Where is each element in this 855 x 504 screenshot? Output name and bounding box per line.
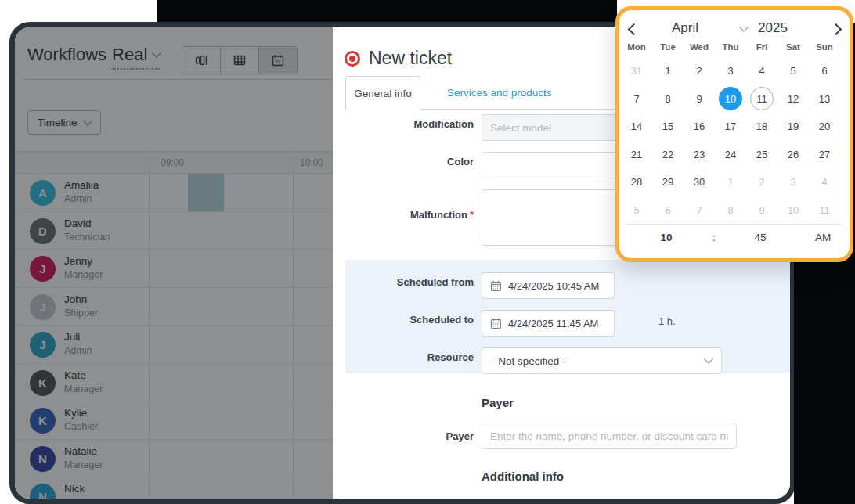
calendar-day[interactable]: 27: [809, 141, 840, 169]
year-selector[interactable]: 2025: [751, 20, 795, 36]
calendar-day[interactable]: 14: [621, 113, 652, 141]
calendar-day[interactable]: 5: [621, 196, 652, 225]
day-name: Sun: [809, 42, 840, 52]
chevron-down-icon: [704, 355, 712, 363]
resource-value: - Not specified -: [492, 355, 566, 367]
calendar-day[interactable]: 6: [809, 57, 840, 85]
calendar-day[interactable]: 8: [652, 85, 684, 113]
day-name: Mon: [621, 42, 652, 52]
duration-text: 1 h.: [658, 315, 676, 327]
calendar-day[interactable]: 31: [621, 57, 652, 85]
day-names-row: Mon Tue Wed Thu Fri Sat Sun: [621, 42, 840, 52]
payer-section-heading: Payer: [482, 396, 514, 409]
calendar-day[interactable]: 1: [652, 57, 684, 85]
chevron-down-icon: [739, 23, 748, 31]
calendar-day[interactable]: 25: [746, 141, 777, 169]
calendar-day[interactable]: 6: [652, 196, 684, 225]
calendar-day[interactable]: 2: [746, 168, 777, 196]
calendar-day[interactable]: 15: [652, 113, 684, 141]
calendar-day[interactable]: 20: [809, 113, 840, 141]
modal-overlay-scrim: [15, 27, 333, 499]
calendar-day[interactable]: 5: [777, 57, 809, 85]
scheduled-from-label: Scheduled from: [333, 276, 474, 288]
day-name: Wed: [684, 42, 715, 52]
calendar-day[interactable]: 24: [715, 141, 746, 169]
modal-title: New ticket: [369, 48, 452, 69]
calendar-icon: [490, 280, 502, 292]
calendar-icon: [490, 318, 502, 329]
date-popup: April 2025 Mon Tue Wed Thu Fri Sat Sun 3…: [615, 6, 853, 262]
calendar-day[interactable]: 28: [621, 168, 652, 196]
scheduled-from-field[interactable]: 4/24/2025 10:45 AM: [482, 272, 615, 299]
resource-select[interactable]: - Not specified -: [482, 347, 722, 374]
calendar-day[interactable]: 10: [777, 196, 809, 225]
calendar-day[interactable]: 29: [652, 168, 684, 196]
calendar-day[interactable]: 7: [684, 196, 715, 225]
day-name: Sat: [777, 42, 809, 52]
month-dropdown-button[interactable]: [738, 23, 749, 34]
time-separator: :: [702, 232, 726, 243]
scheduled-to-label: Scheduled to: [333, 314, 474, 326]
tab-label: General info: [354, 88, 412, 99]
scheduled-to-field[interactable]: 4/24/2025 11:45 AM: [482, 310, 615, 337]
chevron-right-icon: [829, 23, 842, 35]
month-selector[interactable]: April: [648, 20, 723, 36]
malfunction-label: Malfunction*: [333, 209, 474, 221]
color-label: Color: [333, 156, 474, 167]
calendar-day[interactable]: 1: [715, 168, 746, 196]
payer-input[interactable]: [482, 423, 737, 449]
calendar-day[interactable]: 4: [809, 168, 840, 196]
scheduled-from-value: 4/24/2025 10:45 AM: [508, 280, 599, 292]
calendar-day[interactable]: 17: [715, 113, 746, 141]
calendar-day[interactable]: 22: [652, 141, 684, 169]
scheduled-to-value: 4/24/2025 11:45 AM: [508, 318, 598, 329]
chevron-left-icon: [627, 23, 640, 35]
calendar-grid: 3112345678910111213141516171819202122232…: [621, 57, 840, 224]
next-month-button[interactable]: [826, 20, 845, 38]
tab-services-and-products[interactable]: Services and products: [433, 76, 566, 109]
day-name: Tue: [652, 42, 684, 52]
day-name: Thu: [715, 42, 746, 52]
calendar-day[interactable]: 23: [684, 141, 715, 169]
modal-header: New ticket: [345, 48, 452, 69]
calendar-day[interactable]: 18: [746, 113, 777, 141]
calendar-day[interactable]: 9: [684, 85, 715, 113]
calendar-day[interactable]: 7: [621, 85, 652, 113]
minute-stepper[interactable]: 45: [748, 232, 773, 243]
required-asterisk: *: [470, 209, 474, 221]
calendar-day[interactable]: 21: [621, 141, 652, 169]
meridiem-toggle[interactable]: AM: [807, 232, 839, 243]
calendar-day[interactable]: 3: [715, 57, 746, 85]
calendar-day[interactable]: 3: [777, 168, 809, 196]
ticket-status-icon: [345, 51, 360, 67]
time-picker: 10 : 45 AM: [619, 232, 850, 254]
tab-general-info[interactable]: General info: [345, 76, 420, 110]
modification-label: Modification: [333, 118, 474, 130]
hour-stepper[interactable]: 10: [654, 232, 679, 243]
resource-label: Resource: [333, 351, 474, 363]
calendar-day[interactable]: 8: [715, 196, 746, 225]
calendar-day[interactable]: 13: [809, 85, 840, 113]
previous-month-button[interactable]: [624, 20, 643, 38]
calendar-day[interactable]: 2: [684, 57, 715, 85]
additional-info-heading: Additional info: [482, 470, 564, 483]
tab-label: Services and products: [447, 87, 552, 99]
calendar-day[interactable]: 11: [746, 85, 777, 113]
day-name: Fri: [746, 42, 777, 52]
calendar-day[interactable]: 30: [684, 168, 715, 196]
divider: [627, 224, 842, 225]
calendar-day[interactable]: 11: [809, 196, 840, 225]
calendar-day[interactable]: 4: [746, 57, 777, 85]
scheduler-panel: Workflows Real: [15, 27, 333, 499]
calendar-day[interactable]: 26: [777, 141, 809, 169]
calendar-day[interactable]: 9: [746, 196, 777, 225]
calendar-day[interactable]: 12: [777, 85, 809, 113]
backdrop-top: [157, 0, 617, 23]
payer-label: Payer: [333, 430, 474, 442]
calendar-day[interactable]: 19: [777, 113, 809, 141]
calendar-day[interactable]: 10: [715, 85, 746, 113]
calendar-day[interactable]: 16: [684, 113, 715, 141]
